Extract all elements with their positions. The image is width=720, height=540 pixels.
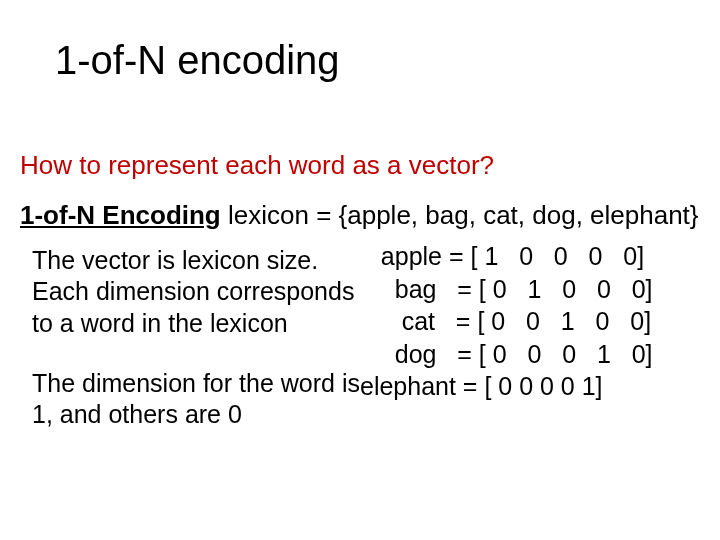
vector-row-bag: bag = [ 0 1 0 0 0] bbox=[360, 273, 710, 306]
slide: 1-of-N encoding How to represent each wo… bbox=[0, 0, 720, 540]
vector-row-dog: dog = [ 0 0 0 1 0] bbox=[360, 338, 710, 371]
vector-row-cat: cat = [ 0 0 1 0 0] bbox=[360, 305, 710, 338]
encoding-label: 1-of-N Encoding bbox=[20, 200, 221, 230]
slide-title: 1-of-N encoding bbox=[55, 38, 340, 83]
encoding-subhead: 1-of-N Encoding lexicon = {apple, bag, c… bbox=[20, 200, 699, 231]
description-paragraph-1: The vector is lexicon size. Each dimensi… bbox=[32, 245, 382, 339]
vector-examples: apple = [ 1 0 0 0 0] bag = [ 0 1 0 0 0] … bbox=[360, 240, 710, 370]
vector-row-apple: apple = [ 1 0 0 0 0] bbox=[360, 240, 710, 273]
vector-row-elephant: elephant = [ 0 0 0 0 1] bbox=[360, 370, 710, 403]
description-paragraph-2: The dimension for the word is 1, and oth… bbox=[32, 368, 382, 431]
lexicon-text: lexicon = {apple, bag, cat, dog, elephan… bbox=[221, 200, 699, 230]
question-text: How to represent each word as a vector? bbox=[20, 150, 494, 181]
